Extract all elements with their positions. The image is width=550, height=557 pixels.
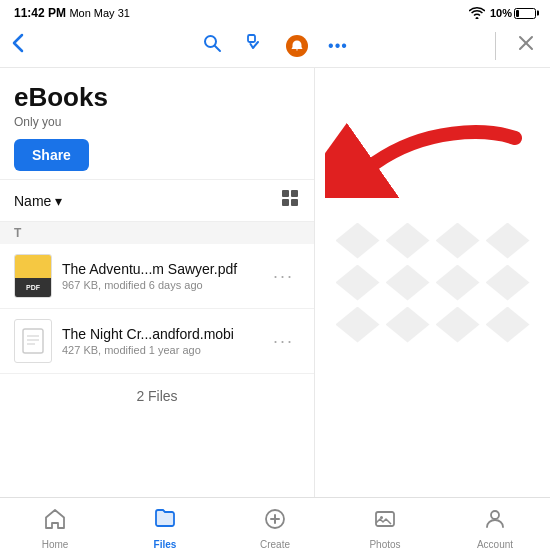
- tab-create[interactable]: Create: [220, 498, 330, 557]
- battery-indicator: 10%: [490, 7, 536, 19]
- file-meta: 967 KB, modified 6 days ago: [62, 279, 267, 291]
- top-nav: •••: [0, 24, 550, 68]
- file-meta: 427 KB, modified 1 year ago: [62, 344, 267, 356]
- status-icons: 10%: [469, 7, 536, 19]
- tab-files[interactable]: Files: [110, 498, 220, 557]
- status-time: 11:42 PM Mon May 31: [14, 6, 130, 20]
- file-name: The Night Cr...andford.mobi: [62, 326, 267, 342]
- sort-label-text: Name: [14, 193, 51, 209]
- right-panel: [315, 68, 550, 497]
- sort-button[interactable]: Name ▾: [14, 193, 62, 209]
- main-content: eBooks Only you Share Name ▾ T: [0, 68, 550, 497]
- tab-home-label: Home: [42, 539, 69, 550]
- svg-point-19: [491, 511, 499, 519]
- section-header-t: T: [0, 222, 314, 244]
- nav-right: [352, 31, 538, 60]
- account-icon: [483, 507, 507, 537]
- tab-files-label: Files: [154, 539, 177, 550]
- folder-title: eBooks: [14, 82, 300, 113]
- share-button[interactable]: Share: [14, 139, 89, 171]
- file-name: The Adventu...m Sawyer.pdf: [62, 261, 267, 277]
- file-thumbnail: PDF: [14, 254, 52, 298]
- files-icon: [153, 507, 177, 537]
- svg-rect-5: [282, 190, 289, 197]
- table-row[interactable]: PDF The Adventu...m Sawyer.pdf 967 KB, m…: [0, 244, 314, 309]
- folder-header: eBooks Only you Share: [0, 68, 314, 179]
- photos-icon: [373, 507, 397, 537]
- nav-left: [12, 29, 198, 63]
- tab-home[interactable]: Home: [0, 498, 110, 557]
- tab-photos-label: Photos: [369, 539, 400, 550]
- status-bar: 11:42 PM Mon May 31 10%: [0, 0, 550, 24]
- sort-chevron-icon: ▾: [55, 193, 62, 209]
- nav-center: •••: [198, 29, 352, 62]
- file-list: PDF The Adventu...m Sawyer.pdf 967 KB, m…: [0, 244, 314, 497]
- table-row[interactable]: The Night Cr...andford.mobi 427 KB, modi…: [0, 309, 314, 374]
- create-icon: [263, 507, 287, 537]
- tab-photos[interactable]: Photos: [330, 498, 440, 557]
- nav-divider: [495, 32, 496, 60]
- sort-bar: Name ▾: [0, 179, 314, 222]
- home-icon: [43, 507, 67, 537]
- tab-create-label: Create: [260, 539, 290, 550]
- file-info: The Night Cr...andford.mobi 427 KB, modi…: [62, 326, 267, 356]
- svg-line-1: [215, 46, 220, 51]
- svg-rect-7: [282, 199, 289, 206]
- left-panel: eBooks Only you Share Name ▾ T: [0, 68, 315, 497]
- more-button[interactable]: •••: [324, 33, 352, 59]
- folder-subtitle: Only you: [14, 115, 300, 129]
- svg-rect-6: [291, 190, 298, 197]
- file-thumbnail: [14, 319, 52, 363]
- dropbox-watermark: [336, 223, 530, 343]
- select-button[interactable]: [242, 29, 270, 62]
- file-more-button[interactable]: ···: [267, 262, 300, 291]
- files-count: 2 Files: [0, 374, 314, 418]
- svg-rect-2: [248, 35, 255, 42]
- grid-icon: [280, 188, 300, 208]
- tab-account[interactable]: Account: [440, 498, 550, 557]
- file-info: The Adventu...m Sawyer.pdf 967 KB, modif…: [62, 261, 267, 291]
- search-button[interactable]: [198, 29, 226, 62]
- red-arrow: [325, 118, 525, 198]
- grid-view-button[interactable]: [280, 188, 300, 213]
- file-more-button[interactable]: ···: [267, 327, 300, 356]
- svg-rect-8: [291, 199, 298, 206]
- wifi-icon: [469, 7, 485, 19]
- back-button[interactable]: [12, 29, 32, 63]
- close-button[interactable]: [514, 31, 538, 60]
- notification-badge[interactable]: [286, 35, 308, 57]
- svg-rect-9: [23, 329, 43, 353]
- tab-account-label: Account: [477, 539, 513, 550]
- tab-bar: Home Files Create Photos Account: [0, 497, 550, 557]
